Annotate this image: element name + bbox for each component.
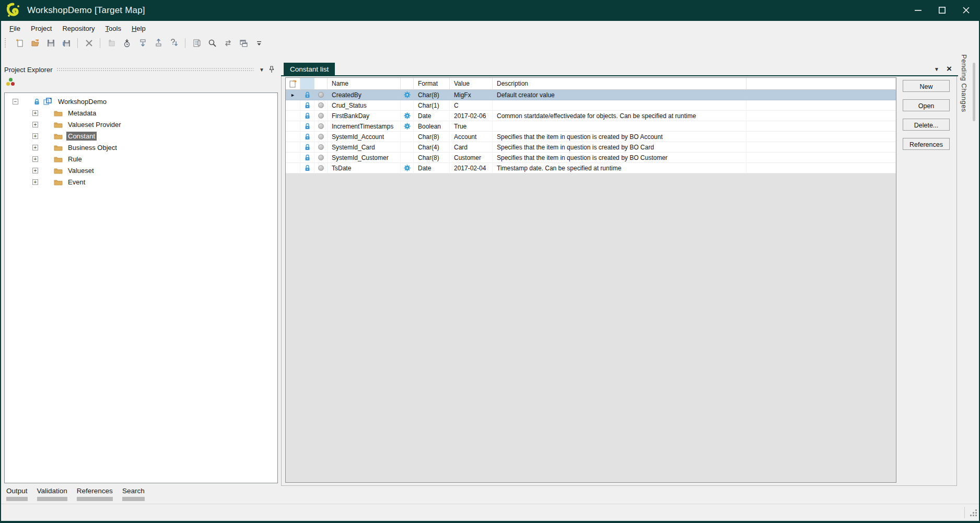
open-icon[interactable] — [30, 38, 40, 48]
collapse-icon[interactable]: − — [13, 99, 18, 104]
tab-close-icon[interactable]: × — [947, 64, 952, 74]
titlebar: WorkshopDemo [Target Map] — [0, 0, 980, 21]
menu-item[interactable]: Project — [26, 22, 57, 34]
tree-root-workshopdemo[interactable]: − WorkshopDemo — [5, 96, 277, 107]
expand-icon[interactable]: + — [32, 110, 38, 116]
column-header-format[interactable]: Format — [414, 78, 450, 90]
statusbar-separator — [964, 507, 965, 518]
windows-icon[interactable] — [239, 38, 248, 48]
properties-icon[interactable] — [192, 38, 201, 48]
cell-description: Specifies that the item in question is c… — [493, 153, 746, 163]
tree-root-label: WorkshopDemo — [56, 97, 108, 106]
checkin-icon[interactable] — [154, 38, 163, 48]
expand-icon[interactable]: + — [32, 156, 38, 162]
dropdown-icon[interactable]: ▼ — [259, 67, 264, 73]
table-row[interactable]: SystemId_Customer Char(8) Customer Speci… — [286, 153, 896, 163]
column-header-name[interactable]: Name — [328, 78, 401, 90]
toolbar-grip[interactable] — [4, 38, 6, 48]
save-all-icon[interactable] — [62, 38, 71, 48]
status-column-header[interactable] — [314, 78, 328, 90]
close-button[interactable] — [954, 0, 978, 20]
cell-description: Common startdate/effectivedate for objec… — [493, 111, 746, 121]
bottom-tab-references[interactable]: References — [77, 487, 113, 501]
gear-column-header[interactable] — [401, 78, 414, 90]
tree-item-event[interactable]: + Event — [5, 176, 277, 188]
table-row[interactable]: ► CreatedBy Char(8) MigFx Default creato… — [286, 90, 896, 100]
table-row[interactable]: SystemId_Account Char(8) Account Specifi… — [286, 132, 896, 142]
gear-icon[interactable] — [401, 100, 414, 111]
tree-item-valueset-provider[interactable]: + Valueset Provider — [5, 119, 277, 130]
checkout-icon[interactable] — [122, 38, 132, 48]
panel-texture — [56, 67, 254, 72]
tree-item-valueset[interactable]: + Valueset — [5, 165, 277, 176]
lock-icon — [300, 142, 314, 153]
row-indicator — [286, 111, 300, 121]
cell-filler — [746, 132, 896, 142]
tab-constant-list[interactable]: Constant list — [284, 63, 335, 76]
column-header-description[interactable]: Description — [493, 78, 746, 90]
status-dots-icon[interactable] — [6, 78, 16, 86]
bottom-tab-search[interactable]: Search — [122, 487, 145, 501]
menu-item[interactable]: File — [4, 22, 26, 34]
cell-name: CreatedBy — [328, 90, 401, 100]
new-row-icon[interactable] — [286, 78, 300, 90]
maximize-button[interactable] — [930, 0, 954, 20]
tree-item-constant[interactable]: + Constant — [5, 130, 277, 142]
undo-checkout-icon[interactable] — [169, 38, 179, 48]
menu-item[interactable]: Tools — [100, 22, 126, 34]
expand-icon[interactable]: + — [32, 179, 38, 185]
cell-filler — [746, 90, 896, 100]
gear-icon[interactable] — [401, 90, 414, 100]
minimize-button[interactable] — [906, 0, 930, 20]
cell-name: SystemId_Customer — [328, 153, 401, 163]
column-header-value[interactable]: Value — [450, 78, 493, 90]
resize-grip[interactable] — [970, 509, 978, 517]
table-row[interactable]: Crud_Status Char(1) C — [286, 100, 896, 111]
expand-icon[interactable]: + — [32, 133, 38, 139]
table-row[interactable]: FirstBankDay Date 2017-02-06 Common star… — [286, 111, 896, 121]
lock-icon — [300, 121, 314, 132]
tree-item-rule[interactable]: + Rule — [5, 153, 277, 165]
gear-icon[interactable] — [401, 142, 414, 153]
bottom-tab-validation[interactable]: Validation — [37, 487, 67, 501]
lock-column-header[interactable] — [300, 78, 314, 90]
gear-icon[interactable] — [401, 111, 414, 121]
toolbar-separator — [77, 38, 78, 48]
status-circle-icon — [314, 163, 328, 173]
menu-item[interactable]: Repository — [57, 22, 100, 34]
toolbar-overflow-icon[interactable] — [254, 38, 264, 48]
delete-icon[interactable] — [84, 38, 94, 48]
new-project-icon[interactable] — [15, 38, 24, 48]
tab-pending-changes[interactable]: Pending Changes — [960, 54, 968, 112]
references-button[interactable]: References — [903, 138, 950, 150]
folder-icon — [54, 179, 63, 185]
tree-item-business-object[interactable]: + Business Object — [5, 142, 277, 153]
menu-item[interactable]: Help — [126, 22, 151, 34]
table-row[interactable]: IncrementTimestamps Boolean True — [286, 121, 896, 132]
gear-icon[interactable] — [401, 163, 414, 173]
bottom-tab-output[interactable]: Output — [6, 487, 28, 501]
compare-icon[interactable] — [223, 38, 232, 48]
tab-underline — [77, 497, 113, 501]
pin-icon[interactable] — [269, 66, 275, 73]
tree-item-metadata[interactable]: + Metadata — [5, 107, 277, 119]
new-button[interactable]: New — [903, 80, 950, 92]
search-icon[interactable] — [207, 38, 217, 48]
gear-icon[interactable] — [401, 121, 414, 132]
gear-icon[interactable] — [401, 153, 414, 163]
expand-icon[interactable]: + — [32, 122, 38, 127]
document-area: Constant list ▼ × Name Format Value Desc… — [281, 63, 958, 486]
delete-button[interactable]: Delete... — [903, 119, 950, 131]
expand-icon[interactable]: + — [32, 168, 38, 173]
status-circle-icon — [314, 142, 328, 153]
gear-icon[interactable] — [401, 132, 414, 142]
table-row[interactable]: TsDate Date 2017-02-04 Timestamp date. C… — [286, 163, 896, 173]
open-button[interactable]: Open — [903, 99, 950, 111]
save-icon[interactable] — [46, 38, 55, 48]
tab-dropdown-icon[interactable]: ▼ — [934, 66, 939, 72]
row-indicator — [286, 100, 300, 111]
add-item-icon[interactable] — [107, 38, 116, 48]
expand-icon[interactable]: + — [32, 145, 38, 150]
table-row[interactable]: SystemId_Card Char(4) Card Specifies tha… — [286, 142, 896, 153]
get-latest-icon[interactable] — [138, 38, 147, 48]
